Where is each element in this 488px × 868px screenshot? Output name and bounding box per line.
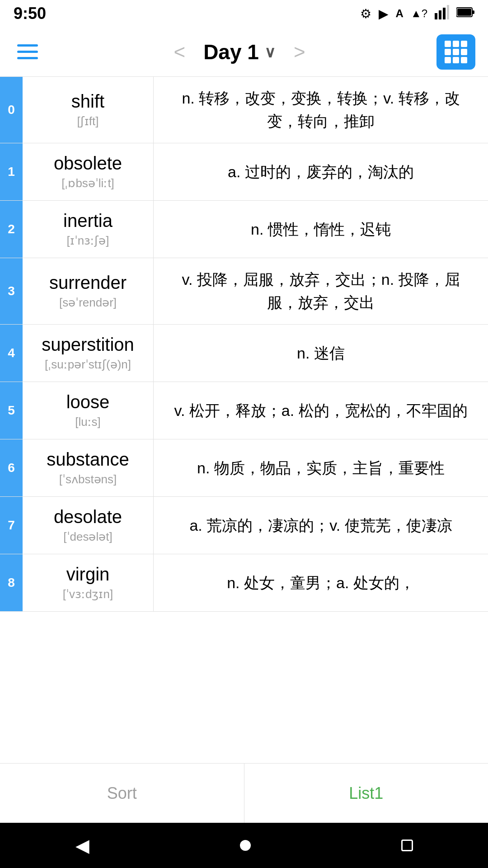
row-index: 7 xyxy=(0,497,23,554)
word-text: substance xyxy=(47,449,129,470)
word-row[interactable]: 5 loose [luːs] v. 松开，释放；a. 松的，宽松的，不牢固的 xyxy=(0,382,488,439)
prev-button[interactable]: < xyxy=(174,41,185,63)
definition-column: n. 物质，物品，实质，主旨，重要性 xyxy=(154,439,488,496)
definition-text: v. 投降，屈服，放弃，交出；n. 投降，屈服，放弃，交出 xyxy=(167,268,474,314)
row-index: 4 xyxy=(0,325,23,382)
row-index: 3 xyxy=(0,258,23,324)
row-index: 8 xyxy=(0,554,23,611)
definition-column: n. 转移，改变，变换，转换；v. 转移，改变，转向，推卸 xyxy=(154,77,488,143)
word-text: virgin xyxy=(66,564,110,585)
definition-text: n. 物质，物品，实质，主旨，重要性 xyxy=(197,457,445,480)
svg-rect-2 xyxy=(443,8,446,19)
definition-column: a. 过时的，废弃的，淘汰的 xyxy=(154,143,488,200)
word-row[interactable]: 1 obsolete [ˌɒbsəˈliːt] a. 过时的，废弃的，淘汰的 xyxy=(0,143,488,201)
svg-rect-6 xyxy=(457,9,471,16)
word-phonetic: [ˈdesələt] xyxy=(63,530,112,544)
toolbar-nav: < Day 1 ∨ > xyxy=(174,40,305,64)
word-column: substance [ˈsʌbstəns] xyxy=(23,439,154,496)
word-phonetic: [ˈvɜːdʒɪn] xyxy=(63,587,113,601)
definition-column: n. 惯性，惰性，迟钝 xyxy=(154,201,488,258)
play-icon: ▶ xyxy=(379,6,389,21)
definition-column: n. 迷信 xyxy=(154,325,488,382)
definition-column: v. 投降，屈服，放弃，交出；n. 投降，屈服，放弃，交出 xyxy=(154,258,488,324)
word-column: virgin [ˈvɜːdʒɪn] xyxy=(23,554,154,611)
word-text: superstition xyxy=(42,335,134,355)
word-text: shift xyxy=(71,91,104,112)
bottom-tab-label: Sort xyxy=(107,784,137,803)
definition-column: v. 松开，释放；a. 松的，宽松的，不牢固的 xyxy=(154,382,488,439)
word-text: loose xyxy=(66,392,110,412)
word-row[interactable]: 7 desolate [ˈdesələt] a. 荒凉的，凄凉的；v. 使荒芜，… xyxy=(0,497,488,554)
svg-rect-1 xyxy=(439,10,441,19)
status-icons: ⚙ ▶ A ▲? xyxy=(360,5,474,23)
text-icon: A xyxy=(396,7,404,20)
day-selector[interactable]: Day 1 ∨ xyxy=(203,40,276,64)
row-index: 5 xyxy=(0,382,23,439)
word-column: inertia [ɪˈnɜːʃə] xyxy=(23,201,154,258)
row-index: 2 xyxy=(0,201,23,258)
definition-text: n. 处女，童男；a. 处女的， xyxy=(227,571,415,594)
definition-text: a. 荒凉的，凄凉的；v. 使荒芜，使凄凉 xyxy=(189,514,452,537)
word-phonetic: [luːs] xyxy=(75,415,101,429)
word-list: 0 shift [ʃɪft] n. 转移，改变，变换，转换；v. 转移，改变，转… xyxy=(0,77,488,763)
definition-column: n. 处女，童男；a. 处女的， xyxy=(154,554,488,611)
row-index: 6 xyxy=(0,439,23,496)
bottom-bar: SortList1 xyxy=(0,763,488,823)
grid-icon xyxy=(445,41,467,63)
definition-text: n. 惯性，惰性，迟钝 xyxy=(251,218,391,241)
definition-text: n. 迷信 xyxy=(297,342,345,365)
nav-bar: ◀ xyxy=(0,823,488,868)
word-phonetic: [ɪˈnɜːʃə] xyxy=(67,234,109,248)
definition-column: a. 荒凉的，凄凉的；v. 使荒芜，使凄凉 xyxy=(154,497,488,554)
word-column: shift [ʃɪft] xyxy=(23,77,154,143)
word-column: loose [luːs] xyxy=(23,382,154,439)
word-text: surrender xyxy=(49,273,127,293)
word-text: obsolete xyxy=(54,153,122,174)
word-column: obsolete [ˌɒbsəˈliːt] xyxy=(23,143,154,200)
word-row[interactable]: 8 virgin [ˈvɜːdʒɪn] n. 处女，童男；a. 处女的， xyxy=(0,554,488,612)
word-row[interactable]: 4 superstition [ˌsuːpərˈstɪʃ(ə)n] n. 迷信 xyxy=(0,325,488,382)
home-nav-button[interactable] xyxy=(240,840,251,851)
recent-nav-button[interactable] xyxy=(401,840,413,851)
word-row[interactable]: 3 surrender [səˈrendər] v. 投降，屈服，放弃，交出；n… xyxy=(0,258,488,325)
svg-rect-0 xyxy=(435,13,437,19)
word-column: surrender [səˈrendər] xyxy=(23,258,154,324)
word-phonetic: [ˌsuːpərˈstɪʃ(ə)n] xyxy=(45,358,131,372)
signal-icon xyxy=(435,5,449,23)
bottom-tab-label: List1 xyxy=(349,784,383,803)
row-index: 1 xyxy=(0,143,23,200)
svg-rect-5 xyxy=(472,10,474,14)
definition-text: a. 过时的，废弃的，淘汰的 xyxy=(228,160,414,184)
word-phonetic: [ʃɪft] xyxy=(77,114,99,128)
gear-icon: ⚙ xyxy=(360,6,371,21)
next-button[interactable]: > xyxy=(294,41,305,63)
word-phonetic: [səˈrendər] xyxy=(59,296,117,310)
word-column: superstition [ˌsuːpərˈstɪʃ(ə)n] xyxy=(23,325,154,382)
menu-button[interactable] xyxy=(13,40,42,64)
back-nav-button[interactable]: ◀ xyxy=(75,835,89,856)
bottom-tab-list1[interactable]: List1 xyxy=(244,764,488,823)
word-row[interactable]: 6 substance [ˈsʌbstəns] n. 物质，物品，实质，主旨，重… xyxy=(0,439,488,497)
word-row[interactable]: 2 inertia [ɪˈnɜːʃə] n. 惯性，惰性，迟钝 xyxy=(0,201,488,258)
word-text: desolate xyxy=(54,507,122,527)
view-toggle-button[interactable] xyxy=(436,34,475,70)
definition-text: n. 转移，改变，变换，转换；v. 转移，改变，转向，推卸 xyxy=(167,87,474,133)
status-time: 9:50 xyxy=(14,4,46,23)
svg-rect-3 xyxy=(447,5,449,19)
bottom-tab-sort[interactable]: Sort xyxy=(0,764,244,823)
definition-text: v. 松开，释放；a. 松的，宽松的，不牢固的 xyxy=(174,399,467,422)
battery-icon xyxy=(456,6,474,21)
row-index: 0 xyxy=(0,77,23,143)
wifi-icon: ▲? xyxy=(411,7,427,20)
word-phonetic: [ˌɒbsəˈliːt] xyxy=(61,176,114,190)
day-title: Day 1 xyxy=(203,40,259,64)
chevron-down-icon: ∨ xyxy=(264,43,276,61)
word-column: desolate [ˈdesələt] xyxy=(23,497,154,554)
toolbar: < Day 1 ∨ > xyxy=(0,27,488,77)
word-phonetic: [ˈsʌbstəns] xyxy=(59,472,117,486)
word-row[interactable]: 0 shift [ʃɪft] n. 转移，改变，变换，转换；v. 转移，改变，转… xyxy=(0,77,488,143)
status-bar: 9:50 ⚙ ▶ A ▲? xyxy=(0,0,488,27)
word-text: inertia xyxy=(63,211,113,231)
